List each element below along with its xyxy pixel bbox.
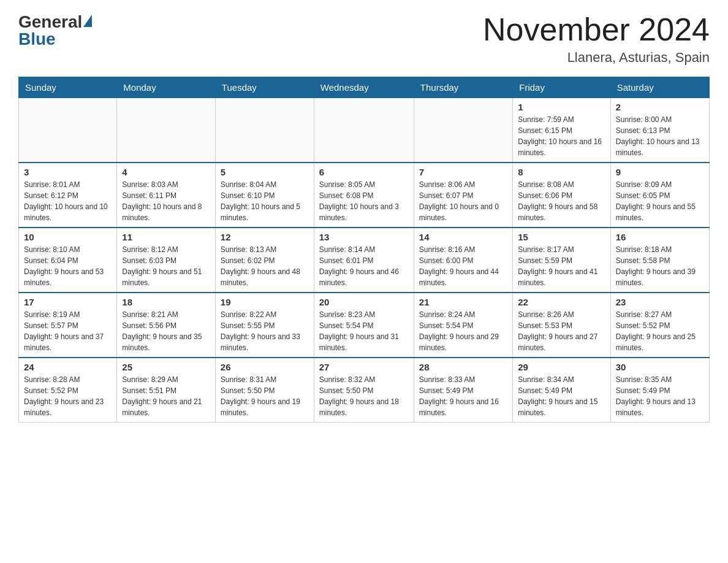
calendar-cell: 4Sunrise: 8:03 AMSunset: 6:11 PMDaylight…: [117, 163, 216, 228]
weekday-header-row: SundayMondayTuesdayWednesdayThursdayFrid…: [19, 77, 710, 98]
location-title: Llanera, Asturias, Spain: [483, 50, 710, 66]
calendar-table: SundayMondayTuesdayWednesdayThursdayFrid…: [18, 77, 710, 423]
calendar-cell: [19, 98, 117, 163]
weekday-header-tuesday: Tuesday: [215, 77, 314, 98]
day-number: 4: [122, 167, 210, 177]
day-number: 30: [616, 362, 704, 372]
day-number: 9: [616, 167, 704, 177]
calendar-row: 17Sunrise: 8:19 AMSunset: 5:57 PMDayligh…: [19, 293, 710, 358]
day-number: 17: [24, 297, 112, 307]
calendar-cell: 16Sunrise: 8:18 AMSunset: 5:58 PMDayligh…: [610, 228, 709, 293]
calendar-cell: 2Sunrise: 8:00 AMSunset: 6:13 PMDaylight…: [610, 98, 709, 163]
day-number: 26: [221, 362, 309, 372]
day-info: Sunrise: 8:32 AMSunset: 5:50 PMDaylight:…: [319, 374, 409, 418]
day-number: 10: [24, 232, 112, 242]
day-info: Sunrise: 8:13 AMSunset: 6:02 PMDaylight:…: [221, 244, 309, 288]
weekday-header-thursday: Thursday: [414, 77, 512, 98]
calendar-cell: 3Sunrise: 8:01 AMSunset: 6:12 PMDaylight…: [19, 163, 117, 228]
day-number: 12: [221, 232, 309, 242]
calendar-cell: 22Sunrise: 8:26 AMSunset: 5:53 PMDayligh…: [513, 293, 610, 358]
calendar-cell: 21Sunrise: 8:24 AMSunset: 5:54 PMDayligh…: [414, 293, 512, 358]
calendar-cell: 28Sunrise: 8:33 AMSunset: 5:49 PMDayligh…: [414, 358, 512, 423]
calendar-cell: 11Sunrise: 8:12 AMSunset: 6:03 PMDayligh…: [117, 228, 216, 293]
day-info: Sunrise: 8:00 AMSunset: 6:13 PMDaylight:…: [616, 114, 704, 158]
weekday-header-wednesday: Wednesday: [314, 77, 414, 98]
day-info: Sunrise: 8:12 AMSunset: 6:03 PMDaylight:…: [122, 244, 210, 288]
day-info: Sunrise: 8:29 AMSunset: 5:51 PMDaylight:…: [122, 374, 210, 418]
day-info: Sunrise: 7:59 AMSunset: 6:15 PMDaylight:…: [518, 114, 605, 158]
calendar-cell: 23Sunrise: 8:27 AMSunset: 5:52 PMDayligh…: [610, 293, 709, 358]
day-number: 15: [518, 232, 605, 242]
calendar-cell: 12Sunrise: 8:13 AMSunset: 6:02 PMDayligh…: [215, 228, 314, 293]
calendar-cell: 17Sunrise: 8:19 AMSunset: 5:57 PMDayligh…: [19, 293, 117, 358]
calendar-cell: [117, 98, 216, 163]
calendar-cell: [215, 98, 314, 163]
day-info: Sunrise: 8:04 AMSunset: 6:10 PMDaylight:…: [221, 179, 309, 223]
day-info: Sunrise: 8:01 AMSunset: 6:12 PMDaylight:…: [24, 179, 112, 223]
weekday-header-sunday: Sunday: [19, 77, 117, 98]
calendar-cell: 8Sunrise: 8:08 AMSunset: 6:06 PMDaylight…: [513, 163, 610, 228]
day-info: Sunrise: 8:09 AMSunset: 6:05 PMDaylight:…: [616, 179, 704, 223]
day-info: Sunrise: 8:16 AMSunset: 6:00 PMDaylight:…: [419, 244, 507, 288]
day-number: 28: [419, 362, 507, 372]
day-number: 29: [518, 362, 605, 372]
weekday-header-monday: Monday: [117, 77, 216, 98]
logo: General Blue: [18, 12, 92, 49]
day-number: 27: [319, 362, 409, 372]
calendar-cell: 5Sunrise: 8:04 AMSunset: 6:10 PMDaylight…: [215, 163, 314, 228]
day-number: 2: [616, 102, 704, 112]
calendar-cell: [314, 98, 414, 163]
calendar-cell: 29Sunrise: 8:34 AMSunset: 5:49 PMDayligh…: [513, 358, 610, 423]
day-info: Sunrise: 8:27 AMSunset: 5:52 PMDaylight:…: [616, 309, 704, 353]
calendar-row: 3Sunrise: 8:01 AMSunset: 6:12 PMDaylight…: [19, 163, 710, 228]
day-number: 11: [122, 232, 210, 242]
calendar-cell: 10Sunrise: 8:10 AMSunset: 6:04 PMDayligh…: [19, 228, 117, 293]
weekday-header-friday: Friday: [513, 77, 610, 98]
title-block: November 2024 Llanera, Asturias, Spain: [483, 12, 710, 66]
day-number: 19: [221, 297, 309, 307]
day-number: 20: [319, 297, 409, 307]
calendar-cell: 6Sunrise: 8:05 AMSunset: 6:08 PMDaylight…: [314, 163, 414, 228]
day-info: Sunrise: 8:21 AMSunset: 5:56 PMDaylight:…: [122, 309, 210, 353]
day-info: Sunrise: 8:19 AMSunset: 5:57 PMDaylight:…: [24, 309, 112, 353]
calendar-row: 1Sunrise: 7:59 AMSunset: 6:15 PMDaylight…: [19, 98, 710, 163]
day-info: Sunrise: 8:24 AMSunset: 5:54 PMDaylight:…: [419, 309, 507, 353]
calendar-cell: 24Sunrise: 8:28 AMSunset: 5:52 PMDayligh…: [19, 358, 117, 423]
day-number: 7: [419, 167, 507, 177]
logo-blue-text: Blue: [18, 29, 56, 49]
calendar-cell: 14Sunrise: 8:16 AMSunset: 6:00 PMDayligh…: [414, 228, 512, 293]
day-info: Sunrise: 8:14 AMSunset: 6:01 PMDaylight:…: [319, 244, 409, 288]
day-number: 25: [122, 362, 210, 372]
calendar-cell: 27Sunrise: 8:32 AMSunset: 5:50 PMDayligh…: [314, 358, 414, 423]
calendar-cell: 19Sunrise: 8:22 AMSunset: 5:55 PMDayligh…: [215, 293, 314, 358]
calendar-cell: 18Sunrise: 8:21 AMSunset: 5:56 PMDayligh…: [117, 293, 216, 358]
day-number: 1: [518, 102, 605, 112]
page-header: General Blue November 2024 Llanera, Astu…: [18, 12, 710, 66]
calendar-cell: 9Sunrise: 8:09 AMSunset: 6:05 PMDaylight…: [610, 163, 709, 228]
day-info: Sunrise: 8:18 AMSunset: 5:58 PMDaylight:…: [616, 244, 704, 288]
day-number: 5: [221, 167, 309, 177]
day-info: Sunrise: 8:23 AMSunset: 5:54 PMDaylight:…: [319, 309, 409, 353]
day-number: 16: [616, 232, 704, 242]
calendar-cell: 26Sunrise: 8:31 AMSunset: 5:50 PMDayligh…: [215, 358, 314, 423]
day-info: Sunrise: 8:10 AMSunset: 6:04 PMDaylight:…: [24, 244, 112, 288]
day-info: Sunrise: 8:22 AMSunset: 5:55 PMDaylight:…: [221, 309, 309, 353]
day-info: Sunrise: 8:08 AMSunset: 6:06 PMDaylight:…: [518, 179, 605, 223]
day-info: Sunrise: 8:31 AMSunset: 5:50 PMDaylight:…: [221, 374, 309, 418]
day-info: Sunrise: 8:05 AMSunset: 6:08 PMDaylight:…: [319, 179, 409, 223]
calendar-cell: 7Sunrise: 8:06 AMSunset: 6:07 PMDaylight…: [414, 163, 512, 228]
day-info: Sunrise: 8:33 AMSunset: 5:49 PMDaylight:…: [419, 374, 507, 418]
calendar-cell: 13Sunrise: 8:14 AMSunset: 6:01 PMDayligh…: [314, 228, 414, 293]
weekday-header-saturday: Saturday: [610, 77, 709, 98]
day-info: Sunrise: 8:17 AMSunset: 5:59 PMDaylight:…: [518, 244, 605, 288]
day-info: Sunrise: 8:34 AMSunset: 5:49 PMDaylight:…: [518, 374, 605, 418]
calendar-row: 10Sunrise: 8:10 AMSunset: 6:04 PMDayligh…: [19, 228, 710, 293]
day-number: 6: [319, 167, 409, 177]
calendar-cell: 1Sunrise: 7:59 AMSunset: 6:15 PMDaylight…: [513, 98, 610, 163]
calendar-row: 24Sunrise: 8:28 AMSunset: 5:52 PMDayligh…: [19, 358, 710, 423]
day-number: 21: [419, 297, 507, 307]
day-number: 24: [24, 362, 112, 372]
calendar-cell: [414, 98, 512, 163]
calendar-cell: 25Sunrise: 8:29 AMSunset: 5:51 PMDayligh…: [117, 358, 216, 423]
day-info: Sunrise: 8:03 AMSunset: 6:11 PMDaylight:…: [122, 179, 210, 223]
